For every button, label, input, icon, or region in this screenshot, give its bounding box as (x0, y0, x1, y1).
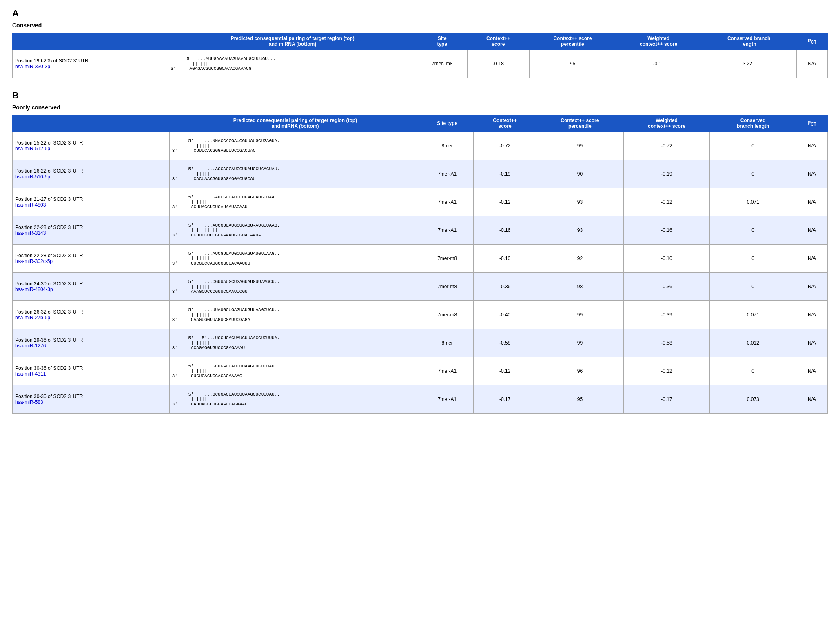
weighted-score-cell: -0.17 (623, 385, 710, 414)
position-cell: Position 29-36 of SOD2 3' UTR hsa-miR-12… (13, 329, 170, 357)
table-row: Position 22-28 of SOD2 3' UTR hsa-miR-30… (13, 245, 828, 273)
sequence-cell: 5' ...UUAUGCUGAGUAUGUUAAGCUCU... |||||||… (169, 301, 421, 329)
pct-cell: N/A (796, 132, 828, 160)
pct-cell: N/A (796, 188, 828, 216)
context-score-cell: -0.17 (474, 385, 536, 414)
branch-length-cell: 0.012 (710, 329, 796, 357)
table-row: Position 29-36 of SOD2 3' UTR hsa-miR-12… (13, 329, 828, 357)
branch-length-cell: 0 (710, 216, 796, 245)
sequence-cell: 5' ...AUCGUUAUGCUGAGU-AUGUUAAG... ||| ||… (169, 216, 421, 245)
section-a-letter: A (12, 8, 828, 19)
percentile-cell: 96 (530, 50, 616, 78)
col-pairing-header-a: Predicted consequential pairing of targe… (168, 33, 417, 50)
col-weighted-header-b: Weightedcontext++ score (623, 115, 710, 132)
table-row: Position 22-28 of SOD2 3' UTR hsa-miR-31… (13, 216, 828, 245)
sequence-cell: 5' 5'...UGCUGAGUAUGUUAAGCUCUUUA... |||||… (169, 329, 421, 357)
position-cell: Position 15-22 of SOD2 3' UTR hsa-miR-51… (13, 132, 170, 160)
site-type-cell: 7mer-A1 (421, 357, 474, 385)
site-type-cell: 7mer-A1 (421, 216, 474, 245)
section-b-title: Poorly conserved (12, 104, 828, 111)
branch-length-cell: 0 (710, 132, 796, 160)
weighted-score-cell: -0.72 (623, 132, 710, 160)
site-type-cell: 7mer-m8 (421, 245, 474, 273)
section-b: B Poorly conserved Predicted consequenti… (12, 90, 828, 414)
context-score-cell: -0.36 (474, 273, 536, 301)
context-score-cell: -0.18 (467, 50, 530, 78)
branch-length-cell: 0 (710, 357, 796, 385)
pct-cell: N/A (796, 216, 828, 245)
col-site-header-b: Site type (421, 115, 474, 132)
position-cell: Position 22-28 of SOD2 3' UTR hsa-miR-31… (13, 216, 170, 245)
percentile-cell: 99 (536, 132, 624, 160)
sequence-cell: 5' ...GCUGAGUAUGUUAAGCUCUUUAU... |||||| … (169, 357, 421, 385)
col-percentile-header-a: Context++ scorepercentile (530, 33, 616, 50)
sequence-cell: 5' ...AUCGUUAUGCUGAGUAUGUUAAG... |||||||… (169, 245, 421, 273)
branch-length-cell: 3.221 (701, 50, 796, 78)
branch-length-cell: 0 (710, 273, 796, 301)
table-row: Position 16-22 of SOD2 3' UTR hsa-miR-51… (13, 160, 828, 188)
col-site-header-a: Sitetype (417, 33, 467, 50)
pct-cell: N/A (796, 357, 828, 385)
site-type-cell: 7mer-A1 (421, 188, 474, 216)
weighted-score-cell: -0.58 (623, 329, 710, 357)
weighted-score-cell: -0.11 (616, 50, 701, 78)
pct-cell: N/A (796, 50, 827, 78)
col-position-header-a (13, 33, 168, 50)
branch-length-cell: 0 (710, 160, 796, 188)
site-type-cell: 7mer-m8 (421, 273, 474, 301)
poorly-conserved-table: Predicted consequential pairing of targe… (12, 115, 828, 414)
pct-cell: N/A (796, 273, 828, 301)
site-type-cell: 7mer-A1 (421, 160, 474, 188)
table-row: Position 15-22 of SOD2 3' UTR hsa-miR-51… (13, 132, 828, 160)
weighted-score-cell: -0.12 (623, 357, 710, 385)
pct-cell: N/A (796, 160, 828, 188)
position-cell: Position 30-36 of SOD2 3' UTR hsa-miR-58… (13, 385, 170, 414)
context-score-cell: -0.19 (474, 160, 536, 188)
site-type-cell: 8mer (421, 329, 474, 357)
percentile-cell: 98 (536, 273, 624, 301)
percentile-cell: 99 (536, 329, 624, 357)
site-type-cell: 7mer- m8 (417, 50, 467, 78)
weighted-score-cell: -0.10 (623, 245, 710, 273)
sequence-cell: 5' ...NNACCACGAUCGUUAUGCUGAGUA... ||||||… (169, 132, 421, 160)
sequence-cell: 5' ...ACCACGAUCGUUAUGCUGAGUAU... |||||| … (169, 160, 421, 188)
context-score-cell: -0.12 (474, 357, 536, 385)
site-type-cell: 7mer-A1 (421, 385, 474, 414)
branch-length-cell: 0 (710, 245, 796, 273)
col-branch-header-b: Conservedbranch length (710, 115, 796, 132)
table-row: Position 30-36 of SOD2 3' UTR hsa-miR-58… (13, 385, 828, 414)
position-cell: Position 199-205 of SOD2 3' UTR hsa-miR-… (13, 50, 168, 78)
sequence-cell: 5' ...AUUGAAAAUAGUAAAUGCUUUGU... |||||||… (168, 50, 417, 78)
weighted-score-cell: -0.12 (623, 188, 710, 216)
weighted-score-cell: -0.39 (623, 301, 710, 329)
percentile-cell: 90 (536, 160, 624, 188)
percentile-cell: 99 (536, 301, 624, 329)
percentile-cell: 96 (536, 357, 624, 385)
branch-length-cell: 0.071 (710, 188, 796, 216)
table-row: Position 26-32 of SOD2 3' UTR hsa-miR-27… (13, 301, 828, 329)
percentile-cell: 93 (536, 188, 624, 216)
section-a: A Conserved Predicted consequential pair… (12, 8, 828, 78)
section-a-title: Conserved (12, 22, 828, 29)
context-score-cell: -0.12 (474, 188, 536, 216)
position-cell: Position 30-36 of SOD2 3' UTR hsa-miR-43… (13, 357, 170, 385)
table-row: Position 30-36 of SOD2 3' UTR hsa-miR-43… (13, 357, 828, 385)
position-cell: Position 26-32 of SOD2 3' UTR hsa-miR-27… (13, 301, 170, 329)
site-type-cell: 8mer (421, 132, 474, 160)
pct-cell: N/A (796, 329, 828, 357)
section-b-letter: B (12, 90, 828, 101)
percentile-cell: 92 (536, 245, 624, 273)
percentile-cell: 95 (536, 385, 624, 414)
position-cell: Position 16-22 of SOD2 3' UTR hsa-miR-51… (13, 160, 170, 188)
position-cell: Position 21-27 of SOD2 3' UTR hsa-miR-48… (13, 188, 170, 216)
weighted-score-cell: -0.19 (623, 160, 710, 188)
context-score-cell: -0.10 (474, 245, 536, 273)
site-type-cell: 7mer-m8 (421, 301, 474, 329)
sequence-cell: 5' ...GCUGAGUAUGUUAAGCUCUUUAU... |||||| … (169, 385, 421, 414)
sequence-cell: 5' ...GAUCGUUAUGCUGAGUAUGUUAA... |||||| … (169, 188, 421, 216)
sequence-cell: 5' ...CGUUAUGCUGAGUAUGUUAAGCU... |||||||… (169, 273, 421, 301)
col-context-header-b: Context++score (474, 115, 536, 132)
pct-cell: N/A (796, 385, 828, 414)
col-pct-header-a: PCT (796, 33, 827, 50)
col-weighted-header-a: Weightedcontext++ score (616, 33, 701, 50)
